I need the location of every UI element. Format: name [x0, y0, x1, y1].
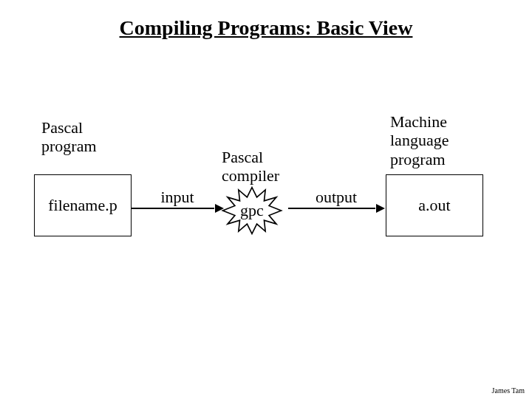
arrow-input-shaft	[132, 208, 214, 209]
left-source-label: Pascal program	[41, 118, 130, 156]
slide-title: Compiling Programs: Basic View	[0, 16, 532, 40]
compiler-label: Pascal compiler	[222, 148, 310, 185]
source-file-box: filename.p	[34, 174, 132, 236]
compiler-name: gpc	[219, 186, 285, 235]
right-output-label: Machine language program	[390, 112, 494, 168]
source-file-text: filename.p	[48, 196, 117, 215]
author-footer: James Tam	[492, 386, 525, 395]
compiler-burst: gpc	[219, 186, 285, 235]
output-file-box: a.out	[386, 174, 483, 236]
arrow-input-label: input	[132, 188, 223, 207]
arrow-output-shaft	[288, 208, 375, 209]
arrow-output-label: output	[288, 188, 384, 207]
output-file-text: a.out	[418, 196, 450, 215]
slide: Compiling Programs: Basic View Pascal pr…	[0, 0, 532, 399]
